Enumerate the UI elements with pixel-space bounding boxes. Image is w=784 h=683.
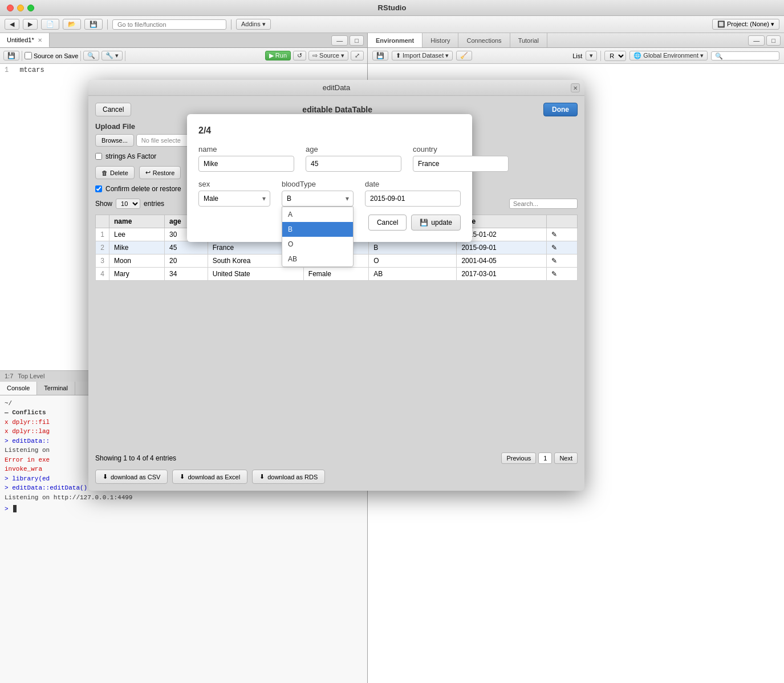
download-excel-button[interactable]: ⬇ download as Excel bbox=[172, 470, 247, 484]
app-title: RStudio bbox=[378, 3, 407, 12]
row-2-name: Mike bbox=[109, 241, 165, 254]
source-on-save-checkbox[interactable] bbox=[25, 52, 32, 59]
row-1-edit[interactable]: ✎ bbox=[546, 228, 577, 241]
dialog-close-button[interactable]: ✕ bbox=[571, 83, 580, 92]
save-file-button[interactable]: 💾 bbox=[3, 51, 19, 60]
row-2-bloodtype: B bbox=[369, 241, 457, 254]
prev-page-button[interactable]: Previous bbox=[501, 452, 536, 464]
dialog-main-title: editable DataTable bbox=[302, 105, 372, 114]
row-2-edit[interactable]: ✎ bbox=[546, 241, 577, 254]
blood-option-b[interactable]: B bbox=[282, 222, 353, 237]
goto-file-input[interactable] bbox=[112, 19, 226, 30]
back-button[interactable]: ◀ bbox=[5, 19, 19, 30]
dialog-done-button[interactable]: Done bbox=[543, 103, 578, 116]
history-tab[interactable]: History bbox=[423, 33, 458, 47]
step-indicator: 2/4 bbox=[198, 126, 461, 136]
row-3-date: 2001-04-05 bbox=[457, 254, 546, 268]
download-csv-button[interactable]: ⬇ download as CSV bbox=[95, 470, 168, 484]
popup-cancel-button[interactable]: Cancel bbox=[368, 215, 407, 231]
env-tab-bar: Environment History Connections Tutorial… bbox=[368, 33, 784, 48]
popup-form-dialog: 2/4 name age country sex Male Female ▾ bbox=[187, 114, 472, 242]
new-file-button[interactable]: 📄 bbox=[41, 19, 59, 30]
blood-option-ab[interactable]: AB bbox=[282, 252, 353, 266]
restore-button[interactable]: ↩ Restore bbox=[139, 166, 181, 179]
clear-env-button[interactable]: 🧹 bbox=[456, 51, 472, 60]
restore-icon: ↩ bbox=[145, 169, 151, 176]
minimize-button[interactable] bbox=[17, 5, 24, 11]
row-4-edit[interactable]: ✎ bbox=[546, 268, 577, 281]
delete-button[interactable]: 🗑 Delete bbox=[95, 166, 135, 179]
browse-button[interactable]: Browse... bbox=[95, 134, 134, 147]
dialog-cancel-button[interactable]: Cancel bbox=[95, 103, 131, 116]
blood-option-a[interactable]: A bbox=[282, 207, 353, 222]
project-button[interactable]: 🔲 Project: (None) ▾ bbox=[712, 19, 779, 30]
popup-update-button[interactable]: 💾 update bbox=[411, 215, 461, 231]
cursor-position: 1:7 bbox=[5, 373, 13, 379]
run-button[interactable]: ▶ Run bbox=[265, 51, 291, 60]
row-1-name: Lee bbox=[109, 228, 165, 241]
console-prompt-line[interactable]: > bbox=[5, 504, 363, 514]
sex-select[interactable]: Male Female bbox=[198, 191, 270, 207]
collapse-env-button[interactable]: — bbox=[748, 35, 765, 46]
expand-env-button[interactable]: □ bbox=[766, 35, 781, 46]
row-4-sex: Female bbox=[303, 268, 368, 281]
connections-tab[interactable]: Connections bbox=[458, 33, 510, 47]
save-button[interactable]: 💾 bbox=[84, 19, 103, 30]
maximize-editor-button[interactable]: ⤢ bbox=[351, 51, 364, 60]
addins-button[interactable]: Addins ▾ bbox=[236, 19, 271, 30]
table-search-input[interactable] bbox=[509, 199, 578, 209]
date-group: date bbox=[365, 180, 461, 207]
row-4-country: United State bbox=[208, 268, 303, 281]
close-button[interactable] bbox=[7, 5, 14, 11]
bloodtype-select[interactable]: B bbox=[282, 191, 354, 207]
cursor-blink bbox=[13, 505, 17, 512]
global-env-button[interactable]: 🌐 Global Environment ▾ bbox=[629, 51, 708, 60]
list-toggle-button[interactable]: ▾ bbox=[586, 51, 597, 60]
date-input[interactable] bbox=[365, 191, 461, 207]
country-label: country bbox=[413, 145, 509, 153]
download-rds-icon: ⬇ bbox=[259, 473, 265, 480]
name-input[interactable] bbox=[198, 156, 294, 172]
et-sep-3 bbox=[125, 51, 125, 61]
next-page-button[interactable]: Next bbox=[554, 452, 578, 464]
entries-select[interactable]: 10 bbox=[116, 199, 140, 209]
tutorial-tab[interactable]: Tutorial bbox=[510, 33, 547, 47]
row-3-name: Moon bbox=[109, 254, 165, 268]
country-input[interactable] bbox=[413, 156, 509, 172]
maximize-button[interactable] bbox=[27, 5, 34, 11]
terminal-tab[interactable]: Terminal bbox=[37, 382, 75, 395]
collapse-editor-button[interactable]: — bbox=[331, 35, 348, 46]
env-search-input[interactable] bbox=[711, 51, 779, 60]
console-tab[interactable]: Console bbox=[0, 382, 37, 395]
save-env-button[interactable]: 💾 bbox=[372, 51, 388, 60]
env-toolbar: 💾 ⬆ Import Dataset ▾ 🧹 List ▾ R 🌐 Global… bbox=[368, 48, 784, 64]
blood-option-o[interactable]: O bbox=[282, 237, 353, 252]
pagination-controls: Previous 1 Next bbox=[501, 452, 578, 464]
download-rds-button[interactable]: ⬇ download as RDS bbox=[252, 470, 325, 484]
col-header-name: name bbox=[109, 215, 165, 228]
name-group: name bbox=[198, 145, 294, 172]
import-dataset-button[interactable]: ⬆ Import Dataset ▾ bbox=[392, 51, 453, 60]
rerun-button[interactable]: ↺ bbox=[293, 51, 306, 60]
source-button[interactable]: ⇨ Source ▾ bbox=[308, 51, 348, 60]
editor-tab-untitled[interactable]: Untitled1* ✕ bbox=[0, 33, 50, 47]
find-button[interactable]: 🔍 bbox=[83, 51, 99, 60]
environment-tab[interactable]: Environment bbox=[368, 33, 423, 47]
row-3-edit[interactable]: ✎ bbox=[546, 254, 577, 268]
age-input[interactable] bbox=[306, 156, 401, 172]
open-file-button[interactable]: 📂 bbox=[63, 19, 81, 30]
form-row-2: sex Male Female ▾ bloodType B ▾ A B bbox=[198, 180, 461, 207]
confirm-delete-checkbox[interactable] bbox=[95, 185, 102, 192]
strings-factor-checkbox[interactable] bbox=[95, 153, 102, 160]
expand-editor-button[interactable]: □ bbox=[350, 35, 364, 46]
row-2-age: 45 bbox=[165, 241, 208, 254]
r-version-select[interactable]: R bbox=[604, 51, 626, 61]
forward-button[interactable]: ▶ bbox=[23, 19, 38, 30]
current-page: 1 bbox=[538, 452, 552, 464]
table-row: 4 Mary 34 United State Female AB 2017-03… bbox=[96, 268, 578, 281]
name-label: name bbox=[198, 145, 294, 153]
tab-close-icon[interactable]: ✕ bbox=[38, 37, 42, 43]
code-tools-button[interactable]: 🔧 ▾ bbox=[101, 51, 123, 60]
row-4-bloodtype: AB bbox=[369, 268, 457, 281]
row-4-date: 2017-03-01 bbox=[457, 268, 546, 281]
